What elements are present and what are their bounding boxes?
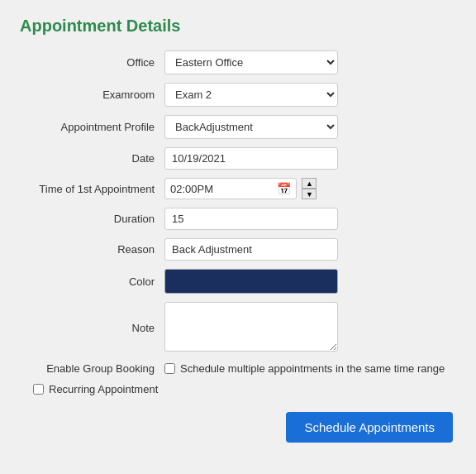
time-field: 📅 ▲ ▼ [164,178,338,199]
time-row-inner: 📅 ▲ ▼ [164,178,338,199]
color-field [164,269,338,294]
examroom-field: Exam 1 Exam 2 Exam 3 [164,83,338,107]
date-row: Date [20,147,456,170]
duration-field [164,208,338,230]
time-label: Time of 1st Appointment [20,183,164,195]
office-row: Office Eastern Office Western Office Nor… [20,50,456,74]
group-booking-row: Enable Group Booking Schedule multiple a… [20,362,456,375]
office-label: Office [20,56,164,69]
reason-field [164,238,338,261]
group-booking-content: Schedule multiple appointments in the sa… [164,362,445,375]
duration-row: Duration [20,208,456,230]
color-swatch[interactable] [164,269,338,294]
office-select[interactable]: Eastern Office Western Office Northern O… [164,50,338,74]
reason-row: Reason [20,238,456,261]
color-label: Color [20,275,164,288]
calendar-icon: 📅 [277,182,291,195]
group-booking-description: Schedule multiple appointments in the sa… [180,362,445,375]
time-row: Time of 1st Appointment 📅 ▲ ▼ [20,178,456,199]
note-field [164,302,338,354]
schedule-appointments-button[interactable]: Schedule Appointments [286,412,453,443]
reason-label: Reason [20,243,164,256]
date-input[interactable] [164,147,338,170]
time-increment-button[interactable]: ▲ [302,178,317,189]
appointment-details-card: Appointment Details Office Eastern Offic… [0,0,476,474]
appointment-profile-select[interactable]: BackAdjustment Consultation Follow-up [164,115,338,139]
time-input[interactable] [170,183,236,195]
date-label: Date [20,152,164,165]
recurring-label: Recurring Appointment [49,383,158,395]
time-spinner: ▲ ▼ [302,178,317,199]
recurring-row: Recurring Appointment [20,383,456,395]
appointment-profile-label: Appointment Profile [20,121,164,133]
date-field [164,147,338,170]
reason-input[interactable] [164,238,338,261]
appointment-profile-field: BackAdjustment Consultation Follow-up [164,115,338,139]
time-decrement-button[interactable]: ▼ [302,189,317,199]
note-textarea[interactable] [164,302,338,352]
bottom-row: Schedule Appointments [20,412,456,443]
time-input-wrapper: 📅 [164,178,297,199]
page-title: Appointment Details [20,17,456,36]
group-booking-checkbox[interactable] [164,363,175,374]
color-row: Color [20,269,456,294]
note-row: Note [20,302,456,354]
form-container: Office Eastern Office Western Office Nor… [20,50,456,443]
group-booking-label: Enable Group Booking [20,362,164,375]
examroom-label: Examroom [20,89,164,101]
office-field: Eastern Office Western Office Northern O… [164,50,338,74]
duration-label: Duration [20,213,164,225]
examroom-row: Examroom Exam 1 Exam 2 Exam 3 [20,83,456,107]
appointment-profile-row: Appointment Profile BackAdjustment Consu… [20,115,456,139]
examroom-select[interactable]: Exam 1 Exam 2 Exam 3 [164,83,338,107]
note-label: Note [20,322,164,334]
duration-input[interactable] [164,208,338,230]
recurring-checkbox[interactable] [33,384,44,395]
